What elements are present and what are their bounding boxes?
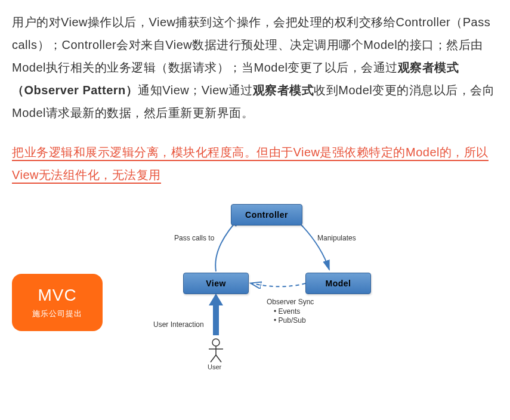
pass-calls-label: Pass calls to xyxy=(174,234,214,242)
svg-rect-0 xyxy=(213,305,219,335)
para-seg-2: 通知View；View通过 xyxy=(138,84,252,97)
observer-b1-text: Events xyxy=(279,307,301,316)
mvc-figure: MVC 施乐公司提出 Controller xyxy=(12,204,498,371)
manipulates-label: Manipulates xyxy=(317,234,356,242)
controller-label: Controller xyxy=(245,210,288,220)
observer-bullet-1: • Events xyxy=(267,307,338,317)
user-interaction-label: User Interaction xyxy=(153,320,204,329)
user-icon xyxy=(207,338,225,363)
view-box: View xyxy=(183,273,249,294)
view-label: View xyxy=(206,279,226,288)
summary-callout: 把业务逻辑和展示逻辑分离，模块化程度高。但由于View是强依赖特定的Model的… xyxy=(12,141,498,186)
controller-box: Controller xyxy=(231,204,302,226)
mvc-diagram: Controller View Model Pass calls to Mani… xyxy=(120,204,401,371)
user-label: User xyxy=(208,363,221,370)
svg-marker-1 xyxy=(209,294,223,305)
badge-subtitle: 施乐公司提出 xyxy=(32,308,82,319)
model-label: Model xyxy=(326,279,351,288)
observer-sync-label: Observer Sync • Events • Pub/Sub xyxy=(267,298,338,326)
observer-bullet-2: • Pub/Sub xyxy=(267,316,338,326)
svg-line-5 xyxy=(211,355,216,362)
model-box: Model xyxy=(305,273,371,294)
svg-line-6 xyxy=(216,355,221,362)
explanation-paragraph: 用户的对View操作以后，View捕获到这个操作，会把处理的权利交移给Contr… xyxy=(12,11,498,124)
observer-b2-text: Pub/Sub xyxy=(279,316,306,325)
svg-point-2 xyxy=(212,339,220,346)
para-bold-2: 观察者模式 xyxy=(253,84,314,97)
observer-title: Observer Sync xyxy=(267,298,338,307)
mvc-badge: MVC 施乐公司提出 xyxy=(12,274,103,331)
badge-title: MVC xyxy=(32,286,82,305)
